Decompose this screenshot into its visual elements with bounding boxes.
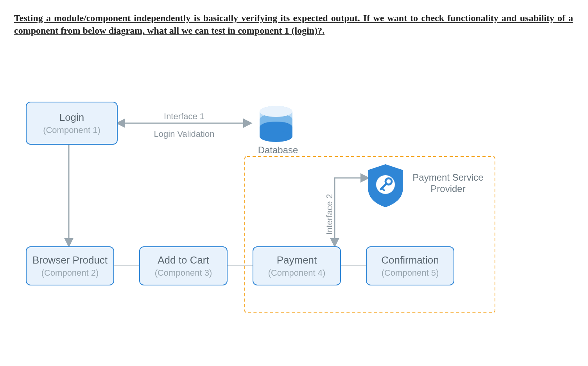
node-payment-sub: (Component 4): [268, 268, 326, 278]
label-psp-line1: Payment Service: [412, 172, 483, 183]
node-login-title: Login: [59, 111, 84, 124]
shield-key-icon: [368, 164, 403, 207]
node-add-to-cart-title: Add to Cart: [158, 254, 209, 266]
label-psp: Payment Service Provider: [407, 172, 489, 195]
label-database: Database: [255, 145, 301, 156]
node-browser-product: Browser Product (Component 2): [26, 246, 114, 285]
edge-interface2-up: [335, 178, 368, 203]
label-interface1: Interface 1: [141, 111, 227, 122]
svg-point-6: [260, 131, 292, 142]
label-psp-line2: Provider: [430, 183, 465, 194]
diagram-area: Login (Component 1) Interface 1 Login Va…: [14, 90, 514, 325]
node-login: Login (Component 1): [26, 102, 118, 145]
svg-point-7: [260, 106, 292, 117]
database-icon: [260, 106, 292, 142]
node-payment-title: Payment: [277, 254, 317, 266]
node-add-to-cart: Add to Cart (Component 3): [139, 246, 228, 285]
node-add-to-cart-sub: (Component 3): [155, 268, 212, 278]
node-payment: Payment (Component 4): [253, 246, 341, 285]
question-heading: Testing a module/component independently…: [14, 12, 573, 37]
label-login-validation: Login Validation: [141, 129, 227, 139]
node-confirmation: Confirmation (Component 5): [366, 246, 454, 285]
node-browser-product-sub: (Component 2): [41, 268, 99, 278]
label-interface2: Interface 2: [324, 194, 335, 235]
node-browser-product-title: Browser Product: [32, 254, 108, 266]
node-confirmation-sub: (Component 5): [382, 268, 439, 278]
node-login-sub: (Component 1): [43, 125, 100, 135]
node-confirmation-title: Confirmation: [381, 254, 439, 266]
